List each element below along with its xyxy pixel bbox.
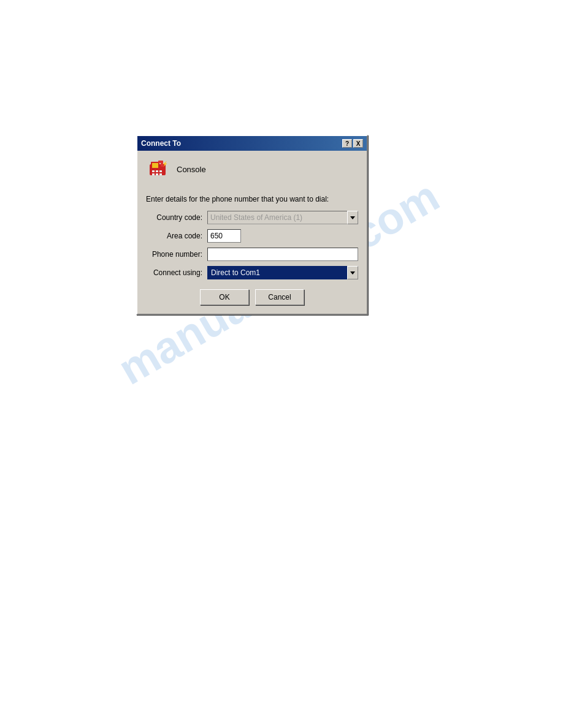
svg-rect-9 (156, 173, 158, 175)
connect-using-row: Connect using: Direct to Com1 (146, 266, 358, 279)
connect-using-select-wrapper: Direct to Com1 (207, 266, 358, 279)
title-bar-controls: ? X (342, 139, 363, 148)
svg-text:⚡: ⚡ (162, 161, 168, 167)
country-code-label: Country code: (146, 213, 207, 222)
dialog-title-bar: Connect To ? X (137, 136, 367, 151)
area-code-label: Area code: (146, 232, 207, 240)
svg-rect-10 (159, 173, 162, 175)
country-code-row: Country code: United States of America (… (146, 211, 358, 224)
country-code-select-wrapper: United States of America (1) (207, 211, 358, 224)
svg-rect-8 (152, 173, 155, 175)
svg-rect-5 (152, 170, 155, 172)
close-button[interactable]: X (353, 139, 363, 148)
dialog-title: Connect To (141, 139, 181, 148)
area-code-row: Area code: (146, 229, 358, 243)
cancel-button[interactable]: Cancel (255, 289, 304, 305)
dialog-header: ⚡ Console (146, 157, 358, 188)
dialog-buttons: OK Cancel (146, 289, 358, 305)
phone-number-row: Phone number: (146, 248, 358, 261)
area-code-input[interactable] (207, 229, 241, 243)
country-code-select[interactable]: United States of America (1) (207, 211, 358, 224)
console-header-label: Console (177, 165, 206, 174)
ok-button[interactable]: OK (200, 289, 249, 305)
svg-rect-2 (152, 163, 158, 168)
svg-rect-7 (159, 170, 162, 172)
svg-rect-6 (156, 170, 158, 172)
dialog-content: ⚡ Console Enter details for the phone nu… (137, 151, 367, 314)
help-button[interactable]: ? (342, 139, 352, 148)
connect-to-dialog: Connect To ? X (136, 135, 368, 315)
connect-using-label: Connect using: (146, 268, 207, 277)
phone-number-label: Phone number: (146, 250, 207, 259)
phone-icon: ⚡ (146, 157, 170, 181)
phone-number-input[interactable] (207, 248, 358, 261)
description-text: Enter details for the phone number that … (146, 195, 358, 203)
connect-using-select[interactable]: Direct to Com1 (207, 266, 358, 279)
